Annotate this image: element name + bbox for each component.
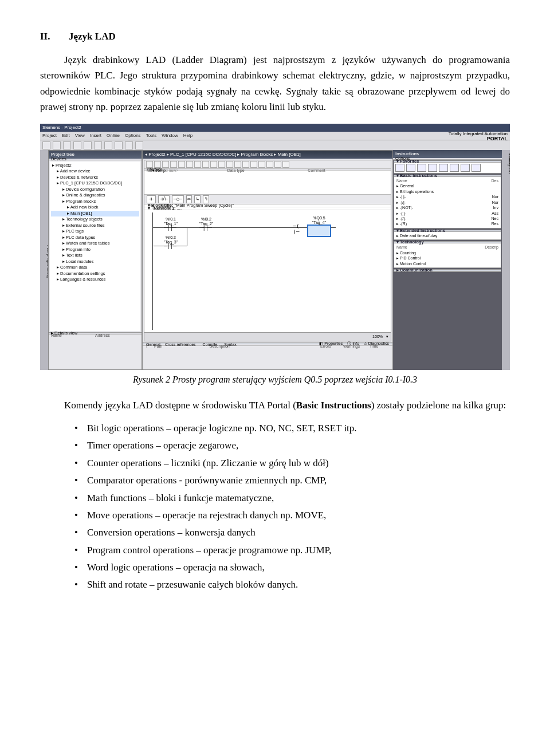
tree-item[interactable]: ▸ Add new block	[51, 204, 139, 211]
contact-i02[interactable]: %I0.2"Tag_2"	[199, 217, 213, 231]
menu-view[interactable]: View	[75, 132, 85, 140]
edit-toolbtn[interactable]	[210, 161, 217, 168]
basic-instructions-accordion[interactable]: ▾ Basic Instructions NameDes▸ General▸ B…	[394, 175, 501, 229]
instr-item[interactable]: ▸ Counting	[396, 250, 498, 255]
toolbtn-redo[interactable]	[115, 141, 123, 149]
menu-tools[interactable]: Tools	[146, 132, 157, 140]
bullet-item: Math functions – bloki i funkcje matemat…	[74, 491, 510, 506]
tree-item[interactable]: ▸ Watch and force tables	[51, 241, 139, 247]
tree-item[interactable]: ▸ Project2	[51, 163, 139, 169]
tree-item[interactable]: ▸ Text lists	[51, 253, 139, 259]
instr-item[interactable]: ▸ Motion Control	[396, 261, 498, 266]
edit-toolbtn[interactable]	[234, 161, 241, 168]
instr-item[interactable]: ▸ Date and time-of-day	[396, 233, 498, 238]
tree-item[interactable]: ▸ Online & diagnostics	[51, 192, 139, 199]
toolbtn-paste[interactable]	[94, 141, 102, 149]
portal-branding: Totally Integrated Automation PORTAL	[449, 132, 508, 141]
edit-toolbtn[interactable]	[258, 161, 265, 168]
tree-item[interactable]: ▸ External source files	[51, 223, 139, 229]
tree-item[interactable]: ▸ Languages & resources	[51, 277, 139, 283]
instr-item[interactable]: ▸ -(R)Res	[396, 221, 498, 226]
left-siderail: PLC programming	[40, 150, 48, 370]
menu-edit[interactable]: Edit	[62, 132, 70, 140]
extended-instructions-accordion[interactable]: ▾ Extended Instructions ▸ Date and time-…	[394, 230, 501, 240]
tree-item[interactable]: ▸ PLC tags	[51, 229, 139, 235]
toolbtn-go-online[interactable]	[125, 141, 133, 149]
communication-accordion[interactable]: ▸ Communication	[394, 269, 501, 272]
menu-insert[interactable]: Insert	[90, 132, 101, 140]
tree-item[interactable]: ▸ PLC_1 [CPU 1215C DC/DC/DC]	[51, 180, 139, 187]
bullet-list: Bit logic operations – operacje logiczne…	[40, 421, 510, 592]
edit-toolbtn[interactable]	[162, 161, 169, 168]
main-toolbar	[40, 140, 510, 151]
edit-toolbtn[interactable]	[274, 161, 281, 168]
lad-branch-open-icon[interactable]: ↳	[194, 195, 201, 203]
toolbtn-open[interactable]	[53, 141, 61, 149]
contact-i01[interactable]: %I0.1"Tag_1"	[164, 217, 178, 231]
favorites-accordion[interactable]: ▾ Favorites	[394, 160, 501, 174]
bullet-item: Shift and rotate – przesuwanie całych bl…	[74, 577, 510, 592]
toolbtn-go-offline[interactable]	[135, 141, 143, 149]
bullet-item: Timer operations – operacje zegarowe,	[74, 438, 510, 453]
editor-toolbar	[144, 160, 391, 169]
edit-toolbtn[interactable]	[194, 161, 201, 168]
project-tree[interactable]: ▸ Project2▸ Add new device▸ Devices & ne…	[50, 162, 140, 331]
contact-i03[interactable]: %I0.3"Tag_3"	[164, 235, 178, 250]
zoom-bar: 100% ▾	[144, 332, 391, 341]
ladder-diagram[interactable]: %I0.1"Tag_1" %I0.2"Tag_2" %I0.3"Tag_3" %…	[144, 210, 391, 332]
tree-item[interactable]: ▸ Program blocks	[51, 199, 139, 205]
instructions-panel: Instructions Options ▾ Favorites ▾ Basic…	[393, 150, 502, 370]
lad-contact-no-icon[interactable]: ⊣⊢	[147, 195, 156, 203]
edit-toolbtn[interactable]	[226, 161, 233, 168]
devices-subhead: Devices	[49, 159, 142, 160]
toolbtn-new[interactable]	[42, 141, 50, 149]
details-view: ▸ Details view Name Address	[49, 332, 142, 369]
instr-item[interactable]: ▸ -|NOT|-Inv	[396, 205, 498, 210]
menu-online[interactable]: Online	[107, 132, 120, 140]
breadcrumb: ◂ Project2 ▸ PLC_1 [CPU 1215C DC/DC/DC] …	[143, 151, 392, 159]
menu-options[interactable]: Options	[125, 132, 141, 140]
tree-item[interactable]: ▸ Add new device	[51, 168, 139, 175]
paragraph-1: Język drabinkowy LAD (Ladder Diagram) je…	[40, 52, 510, 115]
tree-item[interactable]: ▸ Technology objects	[51, 216, 139, 223]
instr-item[interactable]: ▸ -|/|-Nor	[396, 200, 498, 205]
tree-item[interactable]: ▸ Program info	[51, 247, 139, 253]
lad-contact-nc-icon[interactable]: ⊣/⊢	[158, 195, 170, 203]
toolbtn-cut[interactable]	[73, 141, 81, 149]
technology-accordion[interactable]: ▾ Technology NameDescrip▸ Counting▸ PID …	[394, 241, 501, 268]
edit-toolbtn[interactable]	[170, 161, 177, 168]
tree-item[interactable]: ▸ Documentation settings	[51, 271, 139, 277]
lad-branch-close-icon[interactable]: ↰	[203, 195, 209, 203]
tree-item[interactable]: ▸ Device configuration	[51, 187, 139, 193]
tree-item[interactable]: ▸ Main [OB1]	[51, 211, 139, 217]
toolbtn-save-project[interactable]	[63, 141, 71, 149]
edit-toolbtn[interactable]	[218, 161, 225, 168]
instr-item[interactable]: ▸ Bit logic operations	[396, 189, 498, 194]
edit-toolbtn[interactable]	[250, 161, 257, 168]
output-q05[interactable]: %Q0.5"Tag_4"	[307, 216, 331, 237]
instr-item[interactable]: ▸ -( )-Ass	[396, 211, 498, 216]
toolbtn-undo[interactable]	[104, 141, 112, 149]
instr-item[interactable]: ▸ General	[396, 183, 498, 188]
tree-item[interactable]: ▸ Local modules	[51, 259, 139, 265]
instr-item[interactable]: ▸ -| |-Nor	[396, 194, 498, 199]
lad-coil-icon[interactable]: ─○─	[172, 195, 183, 203]
tree-item[interactable]: ▸ Common data	[51, 265, 139, 271]
edit-toolbtn[interactable]	[242, 161, 249, 168]
instr-item[interactable]: ▸ PID Control	[396, 255, 498, 261]
toolbtn-copy[interactable]	[84, 141, 92, 149]
favorites-icons[interactable]	[394, 163, 501, 173]
menu-help[interactable]: Help	[183, 132, 192, 140]
edit-toolbtn[interactable]	[266, 161, 273, 168]
edit-toolbtn[interactable]	[178, 161, 185, 168]
tree-item[interactable]: ▸ PLC data types	[51, 235, 139, 241]
lad-box-icon[interactable]: ▭	[186, 195, 192, 203]
instr-item[interactable]: ▸ -(/)- Nec	[396, 216, 498, 221]
menu-window[interactable]: Window	[162, 132, 178, 140]
edit-toolbtn[interactable]	[282, 161, 289, 168]
edit-toolbtn[interactable]	[202, 161, 209, 168]
tree-item[interactable]: ▸ Devices & networks	[51, 175, 139, 181]
edit-toolbtn[interactable]	[186, 161, 193, 168]
right-siderail[interactable]: InstructionsTestingTasksLibraries	[502, 150, 510, 370]
menu-project[interactable]: Project	[42, 132, 57, 140]
